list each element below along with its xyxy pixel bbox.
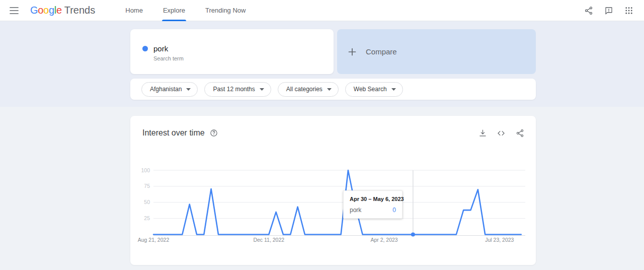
chart-hover-tooltip: Apr 30 – May 6, 2023 pork 0 [343,190,403,219]
chevron-down-icon [260,88,264,91]
logo-letter: G [30,5,38,16]
share-icon[interactable] [584,6,594,16]
compare-label: Compare [366,47,397,56]
svg-text:Jul 23, 2023: Jul 23, 2023 [485,237,514,243]
logo-letter: g [49,5,54,16]
interest-line-chart[interactable]: 255075100Aug 21, 2022Dec 11, 2022Apr 2, … [130,159,536,249]
explore-header-section: pork Search term Compare Afghanistan Pas… [0,21,644,107]
svg-text:50: 50 [144,199,150,205]
interest-over-time-card: Interest over time [130,116,536,265]
google-trends-logo[interactable]: Google Trends [30,5,95,16]
embed-code-icon[interactable] [496,128,506,138]
geo-filter-value: Afghanistan [150,86,182,93]
search-term-subtitle: Search term [153,55,184,61]
search-term-card[interactable]: pork Search term [130,29,334,74]
tooltip-date-range: Apr 30 – May 6, 2023 [350,196,396,202]
svg-text:Dec 11, 2022: Dec 11, 2022 [253,237,284,243]
chevron-down-icon [186,88,191,91]
main-section: Interest over time [0,107,644,265]
series-color-dot [142,46,148,51]
logo-letter: o [43,5,49,16]
hamburger-menu-icon[interactable] [8,5,20,17]
svg-text:Apr 2, 2023: Apr 2, 2023 [370,237,397,243]
filters-bar: Afghanistan Past 12 months All categorie… [130,79,536,100]
search-term-text: pork [153,44,184,53]
share-chart-icon[interactable] [515,128,525,138]
time-filter-value: Past 12 months [213,86,255,93]
top-bar-actions [584,6,634,16]
tooltip-series-name: pork [350,207,361,214]
category-filter-value: All categories [286,86,323,93]
nav-home[interactable]: Home [115,0,153,21]
svg-text:25: 25 [144,215,150,221]
svg-text:75: 75 [144,183,150,189]
chevron-down-icon [327,88,332,91]
primary-nav: Home Explore Trending Now [115,0,256,21]
nav-explore[interactable]: Explore [153,0,195,21]
plus-icon [348,48,356,56]
help-icon[interactable] [210,129,218,137]
svg-text:Aug 21, 2022: Aug 21, 2022 [138,237,170,243]
nav-trending-now[interactable]: Trending Now [195,0,256,21]
google-apps-grid-icon[interactable] [624,6,634,16]
svg-text:100: 100 [141,167,150,173]
compare-add-card[interactable]: Compare [337,29,536,74]
logo-product-name: Trends [64,5,96,16]
chevron-down-icon [391,88,396,91]
search-type-filter-value: Web Search [354,86,387,93]
geo-filter-dropdown[interactable]: Afghanistan [141,82,198,97]
search-type-filter-dropdown[interactable]: Web Search [345,82,403,97]
logo-letter: e [56,5,62,16]
category-filter-dropdown[interactable]: All categories [278,82,339,97]
download-csv-icon[interactable] [477,128,488,138]
feedback-icon[interactable] [604,6,614,16]
logo-letter: o [38,5,43,16]
top-bar: Google Trends Home Explore Trending Now [0,0,644,21]
tooltip-series-value: 0 [392,207,396,214]
chart-title: Interest over time [142,128,205,138]
time-filter-dropdown[interactable]: Past 12 months [204,82,271,97]
